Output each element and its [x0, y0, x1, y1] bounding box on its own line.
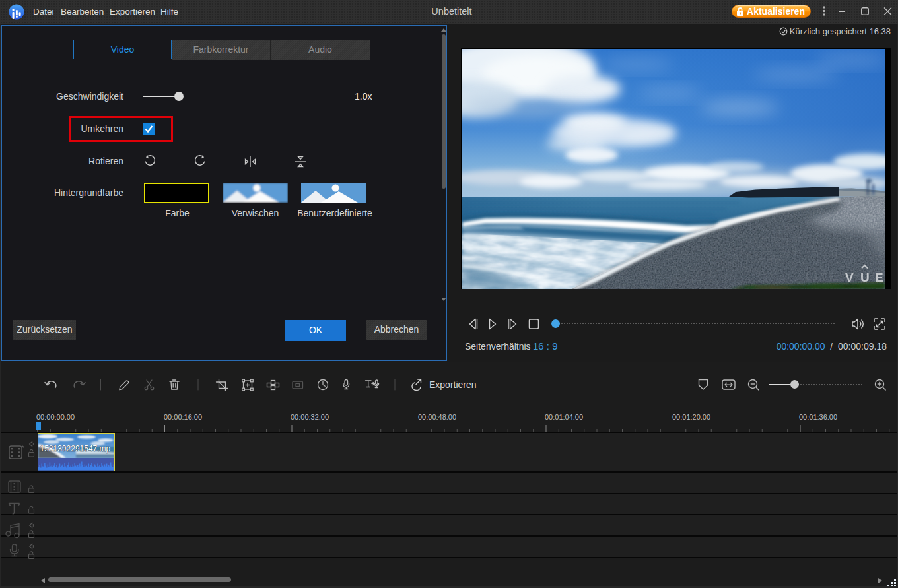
svg-text:U: U: [860, 271, 870, 284]
svg-text:T: T: [820, 271, 827, 283]
svg-text:I: I: [814, 271, 817, 283]
svg-text:E: E: [829, 271, 837, 283]
svg-text:E: E: [875, 271, 883, 284]
svg-text:1581392291547.mp: 1581392291547.mp: [40, 444, 111, 453]
svg-text:V: V: [845, 271, 854, 284]
svg-text:L: L: [806, 271, 812, 283]
